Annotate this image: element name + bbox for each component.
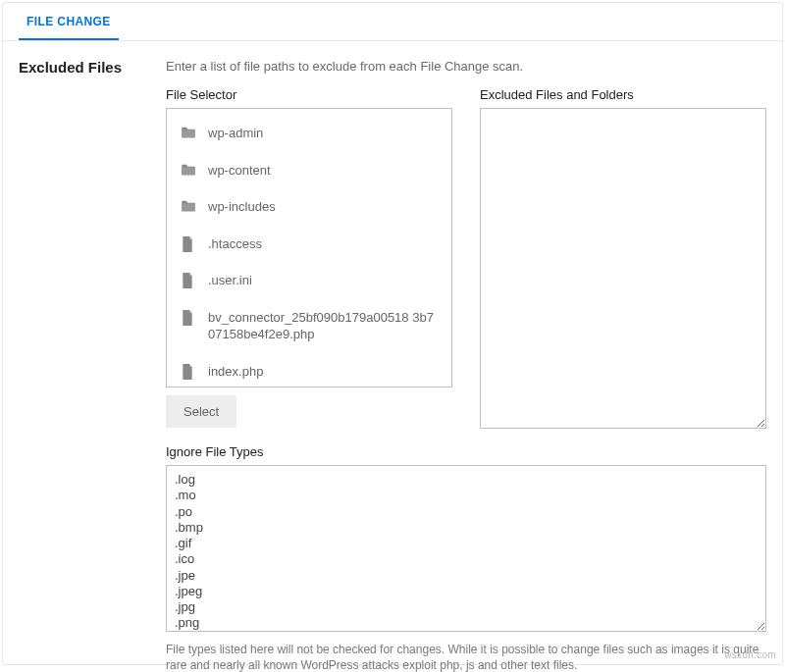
excluded-label: Excluded Files and Folders <box>480 87 766 102</box>
watermark: wsxdn.com <box>724 649 776 660</box>
file-item[interactable]: wp-includes <box>167 188 451 226</box>
select-button[interactable]: Select <box>166 395 236 428</box>
file-selector-column: File Selector wp-admin wp <box>166 87 452 429</box>
svg-rect-0 <box>182 129 194 137</box>
file-item-name: index.php <box>208 363 263 381</box>
file-selector-label: File Selector <box>166 87 452 102</box>
settings-panel: FILE CHANGE Excluded Files Enter a list … <box>2 2 783 665</box>
file-item[interactable]: index.php <box>167 353 451 388</box>
file-item-name: wp-content <box>208 162 271 180</box>
file-icon <box>181 364 196 378</box>
ignore-section: Ignore File Types File types listed here… <box>166 444 766 672</box>
file-item[interactable]: .htaccess <box>167 226 451 263</box>
folder-icon <box>181 163 196 177</box>
file-item-name: .user.ini <box>208 272 252 289</box>
excluded-files-textarea[interactable] <box>480 108 766 429</box>
ignore-file-types-textarea[interactable] <box>166 465 766 632</box>
file-item-name: bv_connector_25bf090b179a00518 3b707158b… <box>208 309 438 343</box>
excluded-column: Excluded Files and Folders <box>480 87 766 429</box>
file-icon <box>181 310 196 324</box>
selector-row: File Selector wp-admin wp <box>166 87 766 429</box>
file-item-name: wp-admin <box>208 125 263 142</box>
tab-bar: FILE CHANGE <box>3 3 782 41</box>
svg-rect-2 <box>182 203 194 211</box>
settings-body: Enter a list of file paths to exclude fr… <box>166 59 766 672</box>
file-item-name: .htaccess <box>208 235 262 253</box>
file-item-name: wp-includes <box>208 198 276 216</box>
folder-icon <box>181 126 196 139</box>
file-selector-listbox[interactable]: wp-admin wp-content wp-i <box>166 108 452 388</box>
file-icon <box>181 273 196 286</box>
file-item[interactable]: wp-content <box>167 152 451 189</box>
tab-file-change[interactable]: FILE CHANGE <box>19 3 119 40</box>
file-item[interactable]: wp-admin <box>167 115 451 152</box>
svg-rect-1 <box>182 167 194 175</box>
section-description: Enter a list of file paths to exclude fr… <box>166 59 766 74</box>
file-item[interactable]: bv_connector_25bf090b179a00518 3b707158b… <box>167 299 451 353</box>
section-title: Excluded Files <box>19 59 166 76</box>
ignore-help-text: File types listed here will not be check… <box>166 642 766 672</box>
folder-icon <box>181 199 196 213</box>
content-area: Excluded Files Enter a list of file path… <box>3 41 782 672</box>
file-item[interactable]: .user.ini <box>167 262 451 299</box>
ignore-label: Ignore File Types <box>166 444 766 459</box>
file-icon <box>181 236 196 250</box>
section-header-column: Excluded Files <box>19 59 166 672</box>
